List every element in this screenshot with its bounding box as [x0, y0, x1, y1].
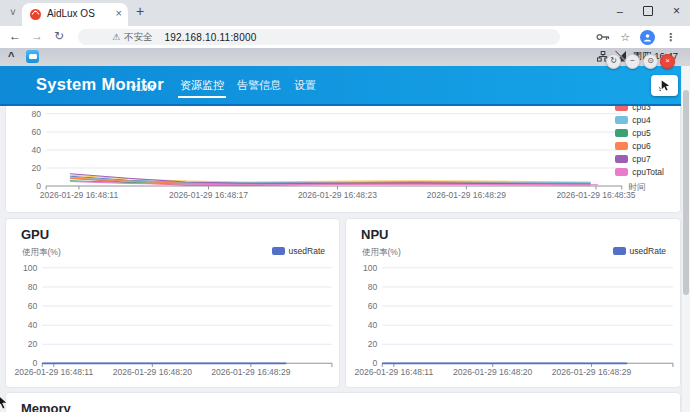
svg-text:20: 20 — [368, 339, 378, 349]
not-secure-warning-icon: ⚠ — [112, 32, 120, 42]
bookmark-star-icon[interactable]: ☆ — [620, 31, 630, 44]
nav-item-0[interactable]: 资源监控 — [178, 66, 226, 104]
window-controls: – × — [617, 1, 680, 21]
window-maximize-icon[interactable] — [643, 6, 653, 16]
mouse-cursor — [0, 394, 10, 410]
nav-item-2[interactable]: 设置 — [292, 66, 318, 104]
svg-text:80: 80 — [28, 282, 38, 292]
browser-tab[interactable]: AidLux OS × — [22, 3, 128, 26]
svg-text:80: 80 — [368, 282, 378, 292]
svg-text:60: 60 — [368, 301, 378, 311]
legend-label: cpuTotal — [632, 167, 664, 177]
legend-swatch — [615, 155, 628, 163]
header-pointer-button[interactable] — [651, 75, 678, 96]
svg-text:2026-01-29 16:48:35: 2026-01-29 16:48:35 — [556, 190, 635, 200]
legend-item-cpuTotal[interactable]: cpuTotal — [615, 165, 664, 178]
svg-text:2026-01-29 16:48:29: 2026-01-29 16:48:29 — [427, 190, 506, 200]
svg-text:2026-01-29 16:48:11: 2026-01-29 16:48:11 — [40, 190, 119, 200]
legend-swatch — [615, 129, 628, 137]
person-icon — [643, 33, 652, 42]
caret-icon[interactable]: ^ — [8, 50, 14, 62]
legend-swatch — [615, 116, 628, 124]
svg-text:60: 60 — [28, 301, 38, 311]
tab-search-chevron-icon[interactable]: ˅ — [5, 5, 21, 21]
svg-text:20: 20 — [28, 339, 38, 349]
svg-text:2026-01-29 16:48:23: 2026-01-29 16:48:23 — [298, 190, 377, 200]
svg-text:2026-01-29 16:48:17: 2026-01-29 16:48:17 — [169, 190, 248, 200]
profile-avatar[interactable] — [640, 30, 655, 45]
reload-icon[interactable]: ↻ — [54, 29, 64, 43]
screen: ˅ AidLux OS × + – × ← → ↻ ⚠ 不安全 192.168.… — [0, 0, 690, 412]
svg-text:时间: 时间 — [629, 182, 646, 192]
cpu-chart-card: 0204060802026-01-29 16:48:112026-01-29 1… — [5, 104, 681, 213]
browser-toolbar: ← → ↻ ⚠ 不安全 192.168.10.11:8000 ☆ ⋮ — [0, 26, 690, 49]
svg-text:2026-01-29 16:48:11: 2026-01-29 16:48:11 — [14, 367, 93, 377]
main-nav: 资源监控告警信息设置 — [178, 66, 318, 104]
svg-text:2026-01-29 16:48:20: 2026-01-29 16:48:20 — [113, 367, 193, 377]
svg-text:100: 100 — [363, 263, 378, 273]
key-icon[interactable] — [596, 31, 610, 43]
scrollbar-thumb[interactable] — [683, 90, 689, 295]
gpu-usage-chart[interactable]: 0204060801002026-01-29 16:48:112026-01-2… — [6, 219, 339, 387]
desktop-strip: ^ 周四 16:47 — [0, 48, 690, 66]
browser-menu-icon[interactable]: ⋮ — [665, 31, 676, 44]
svg-text:2026-01-29 16:48:29: 2026-01-29 16:48:29 — [211, 367, 291, 377]
legend-label: cpu4 — [632, 115, 650, 125]
svg-text:40: 40 — [32, 145, 42, 155]
legend-swatch — [615, 142, 628, 150]
legend-label: cpu7 — [632, 154, 650, 164]
app-shortcut-icon[interactable] — [26, 50, 39, 63]
legend-item-cpu5[interactable]: cpu5 — [615, 126, 664, 139]
toolbar-right-icons: ☆ ⋮ — [596, 29, 676, 45]
legend-item-cpu4[interactable]: cpu4 — [615, 113, 664, 126]
memory-panel: Memory — [5, 392, 681, 412]
nav-item-1[interactable]: 告警信息 — [235, 66, 283, 104]
float-minimize-button[interactable]: − — [625, 54, 640, 69]
cpu-chart-legend: cpu3cpu4cpu5cpu6cpu7cpuTotal — [615, 104, 664, 178]
svg-text:2026-01-29 16:48:29: 2026-01-29 16:48:29 — [552, 367, 632, 377]
legend-label: cpu6 — [632, 141, 650, 151]
svg-text:40: 40 — [368, 320, 378, 330]
pointer-icon — [658, 79, 671, 92]
window-close-icon[interactable]: × — [673, 4, 680, 18]
svg-text:100: 100 — [23, 263, 38, 273]
browser-tab-strip: ˅ AidLux OS × + – × — [0, 0, 690, 26]
back-icon[interactable]: ← — [9, 29, 21, 43]
version-label: v1.0.0 — [131, 83, 155, 93]
float-record-button[interactable]: ⊙ — [643, 54, 658, 69]
float-rotate-button[interactable]: ↻ — [606, 54, 621, 69]
svg-text:2026-01-29 16:48:11: 2026-01-29 16:48:11 — [354, 367, 433, 377]
aidlux-favicon-icon — [30, 9, 41, 20]
memory-title: Memory — [21, 401, 71, 412]
new-tab-button[interactable]: + — [136, 3, 144, 19]
window-minimize-icon[interactable]: – — [617, 5, 623, 17]
svg-text:40: 40 — [28, 320, 38, 330]
legend-swatch — [615, 168, 628, 176]
cpu-usage-chart[interactable]: 0204060802026-01-29 16:48:112026-01-29 1… — [6, 104, 680, 212]
url-text[interactable]: 192.168.10.11:8000 — [165, 32, 257, 43]
forward-icon[interactable]: → — [31, 29, 43, 43]
legend-item-cpu6[interactable]: cpu6 — [615, 139, 664, 152]
legend-label: cpu5 — [632, 128, 650, 138]
address-bar[interactable]: ⚠ 不安全 192.168.10.11:8000 — [78, 29, 560, 45]
npu-panel: NPU 使用率(%) usedRate 0204060801002026-01-… — [345, 218, 681, 388]
tab-title: AidLux OS — [47, 8, 95, 19]
legend-item-cpu7[interactable]: cpu7 — [615, 152, 664, 165]
svg-text:60: 60 — [32, 127, 42, 137]
gpu-panel: GPU 使用率(%) usedRate 0204060801002026-01-… — [5, 218, 340, 388]
svg-text:20: 20 — [32, 163, 42, 173]
tab-close-icon[interactable]: × — [116, 7, 122, 19]
svg-text:80: 80 — [32, 109, 42, 119]
svg-text:2026-01-29 16:48:20: 2026-01-29 16:48:20 — [453, 367, 533, 377]
float-close-button[interactable]: × — [660, 54, 675, 69]
npu-usage-chart[interactable]: 0204060801002026-01-29 16:48:112026-01-2… — [346, 219, 680, 387]
security-label[interactable]: 不安全 — [124, 31, 153, 44]
app-header: System Monitor v1.0.0 资源监控告警信息设置 — [0, 66, 690, 106]
page-scrollbar[interactable] — [681, 66, 690, 412]
